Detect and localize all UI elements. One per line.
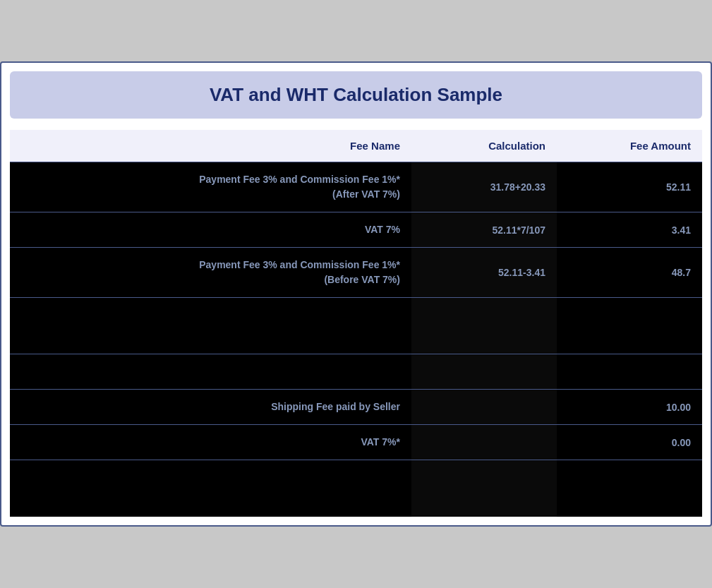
table-row bbox=[10, 460, 702, 517]
cell-fee-name bbox=[10, 354, 411, 390]
header-fee-amount: Fee Amount bbox=[557, 130, 702, 162]
table-row bbox=[10, 354, 702, 390]
header-calculation: Calculation bbox=[411, 130, 557, 162]
cell-fee-amount: 10.00 bbox=[557, 390, 702, 425]
cell-calculation bbox=[411, 354, 557, 390]
cell-calculation bbox=[411, 460, 557, 517]
table-row: Shipping Fee paid by Seller10.00 bbox=[10, 390, 702, 425]
cell-fee-name: VAT 7%* bbox=[10, 425, 411, 460]
cell-calculation bbox=[411, 425, 557, 460]
header-fee-name: Fee Name bbox=[10, 130, 411, 162]
cell-calculation bbox=[411, 298, 557, 354]
cell-fee-amount bbox=[557, 298, 702, 354]
page-title: VAT and WHT Calculation Sample bbox=[24, 84, 688, 106]
cell-fee-amount: 0.00 bbox=[557, 425, 702, 460]
cell-fee-name: VAT 7% bbox=[10, 212, 411, 248]
cell-fee-name: Shipping Fee paid by Seller bbox=[10, 390, 411, 425]
cell-fee-amount: 3.41 bbox=[557, 212, 702, 248]
cell-fee-name bbox=[10, 298, 411, 354]
cell-calculation: 52.11-3.41 bbox=[411, 248, 557, 298]
cell-fee-amount: 52.11 bbox=[557, 162, 702, 212]
cell-fee-name bbox=[10, 460, 411, 517]
cell-fee-amount bbox=[557, 460, 702, 517]
cell-fee-amount bbox=[557, 354, 702, 390]
cell-fee-name: Payment Fee 3% and Commission Fee 1%*(Be… bbox=[10, 248, 411, 298]
table-row: VAT 7%52.11*7/1073.41 bbox=[10, 212, 702, 248]
table-body: Payment Fee 3% and Commission Fee 1%*(Af… bbox=[10, 162, 702, 517]
cell-calculation: 52.11*7/107 bbox=[411, 212, 557, 248]
title-box: VAT and WHT Calculation Sample bbox=[10, 71, 702, 119]
table-row: VAT 7%*0.00 bbox=[10, 425, 702, 460]
table-row: Payment Fee 3% and Commission Fee 1%*(Af… bbox=[10, 162, 702, 212]
table-header-row: Fee Name Calculation Fee Amount bbox=[10, 130, 702, 162]
cell-fee-amount: 48.7 bbox=[557, 248, 702, 298]
table-row: Payment Fee 3% and Commission Fee 1%*(Be… bbox=[10, 248, 702, 298]
calculation-table: Fee Name Calculation Fee Amount Payment … bbox=[10, 130, 702, 517]
cell-calculation: 31.78+20.33 bbox=[411, 162, 557, 212]
cell-fee-name: Payment Fee 3% and Commission Fee 1%*(Af… bbox=[10, 162, 411, 212]
cell-calculation bbox=[411, 390, 557, 425]
table-row bbox=[10, 298, 702, 354]
main-container: VAT and WHT Calculation Sample Fee Name … bbox=[0, 61, 712, 527]
